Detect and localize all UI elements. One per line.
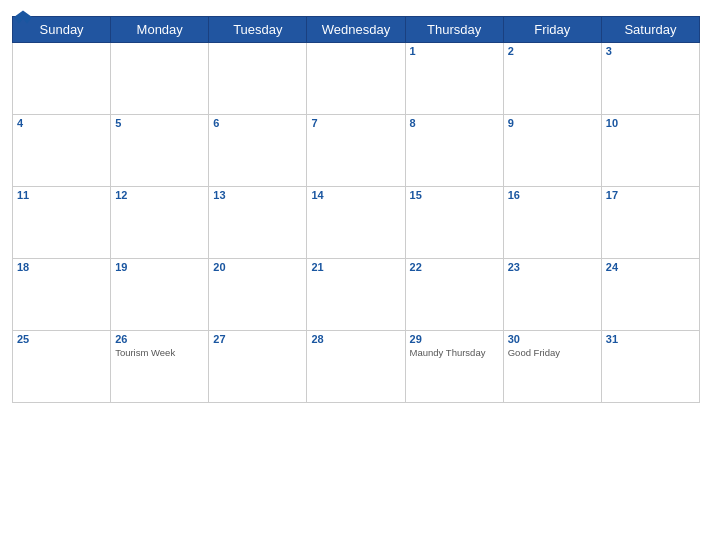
day-number: 16 <box>508 189 597 201</box>
calendar-week-row: 45678910 <box>13 115 700 187</box>
header-tuesday: Tuesday <box>209 17 307 43</box>
day-number: 13 <box>213 189 302 201</box>
day-number: 17 <box>606 189 695 201</box>
day-number: 15 <box>410 189 499 201</box>
day-number: 11 <box>17 189 106 201</box>
day-number: 4 <box>17 117 106 129</box>
calendar-cell: 30Good Friday <box>503 331 601 403</box>
day-number: 20 <box>213 261 302 273</box>
calendar-cell: 29Maundy Thursday <box>405 331 503 403</box>
day-number: 22 <box>410 261 499 273</box>
day-number: 28 <box>311 333 400 345</box>
calendar-cell: 4 <box>13 115 111 187</box>
day-number: 8 <box>410 117 499 129</box>
calendar-cell <box>111 43 209 115</box>
holiday-label: Good Friday <box>508 347 597 358</box>
day-number: 21 <box>311 261 400 273</box>
day-number: 26 <box>115 333 204 345</box>
day-number: 18 <box>17 261 106 273</box>
calendar-cell: 5 <box>111 115 209 187</box>
calendar-cell: 16 <box>503 187 601 259</box>
calendar-cell: 6 <box>209 115 307 187</box>
day-number: 2 <box>508 45 597 57</box>
day-number: 6 <box>213 117 302 129</box>
day-number: 27 <box>213 333 302 345</box>
svg-marker-0 <box>14 10 32 23</box>
header-thursday: Thursday <box>405 17 503 43</box>
calendar-week-row: 18192021222324 <box>13 259 700 331</box>
day-number: 7 <box>311 117 400 129</box>
day-number: 10 <box>606 117 695 129</box>
header-wednesday: Wednesday <box>307 17 405 43</box>
calendar-week-row: 2526Tourism Week272829Maundy Thursday30G… <box>13 331 700 403</box>
calendar-cell: 26Tourism Week <box>111 331 209 403</box>
day-number: 30 <box>508 333 597 345</box>
day-number: 24 <box>606 261 695 273</box>
holiday-label: Tourism Week <box>115 347 204 358</box>
logo-bird-icon <box>14 10 32 24</box>
calendar-cell: 21 <box>307 259 405 331</box>
calendar-cell: 13 <box>209 187 307 259</box>
calendar-cell: 24 <box>601 259 699 331</box>
day-number: 19 <box>115 261 204 273</box>
calendar-cell: 17 <box>601 187 699 259</box>
day-number: 1 <box>410 45 499 57</box>
days-header-row: Sunday Monday Tuesday Wednesday Thursday… <box>13 17 700 43</box>
day-number: 14 <box>311 189 400 201</box>
day-number: 3 <box>606 45 695 57</box>
calendar-cell: 1 <box>405 43 503 115</box>
calendar-cell: 25 <box>13 331 111 403</box>
calendar-cell <box>209 43 307 115</box>
logo <box>12 10 32 24</box>
calendar-week-row: 11121314151617 <box>13 187 700 259</box>
calendar-cell: 31 <box>601 331 699 403</box>
calendar-cell: 27 <box>209 331 307 403</box>
calendar-cell: 22 <box>405 259 503 331</box>
calendar-cell: 10 <box>601 115 699 187</box>
calendar-cell: 3 <box>601 43 699 115</box>
calendar-cell: 8 <box>405 115 503 187</box>
calendar-cell: 11 <box>13 187 111 259</box>
calendar-cell: 9 <box>503 115 601 187</box>
calendar-week-row: 123 <box>13 43 700 115</box>
day-number: 25 <box>17 333 106 345</box>
calendar-cell: 7 <box>307 115 405 187</box>
calendar-cell <box>307 43 405 115</box>
calendar-cell: 20 <box>209 259 307 331</box>
header-friday: Friday <box>503 17 601 43</box>
calendar-cell: 12 <box>111 187 209 259</box>
day-number: 12 <box>115 189 204 201</box>
calendar-table: Sunday Monday Tuesday Wednesday Thursday… <box>12 16 700 403</box>
calendar-page: Sunday Monday Tuesday Wednesday Thursday… <box>0 0 712 550</box>
holiday-label: Maundy Thursday <box>410 347 499 358</box>
day-number: 5 <box>115 117 204 129</box>
calendar-body: 1234567891011121314151617181920212223242… <box>13 43 700 403</box>
calendar-cell: 28 <box>307 331 405 403</box>
calendar-cell <box>13 43 111 115</box>
day-number: 9 <box>508 117 597 129</box>
calendar-cell: 2 <box>503 43 601 115</box>
day-number: 29 <box>410 333 499 345</box>
calendar-cell: 18 <box>13 259 111 331</box>
calendar-cell: 19 <box>111 259 209 331</box>
header-monday: Monday <box>111 17 209 43</box>
calendar-cell: 23 <box>503 259 601 331</box>
header-saturday: Saturday <box>601 17 699 43</box>
calendar-cell: 15 <box>405 187 503 259</box>
calendar-cell: 14 <box>307 187 405 259</box>
day-number: 31 <box>606 333 695 345</box>
day-number: 23 <box>508 261 597 273</box>
